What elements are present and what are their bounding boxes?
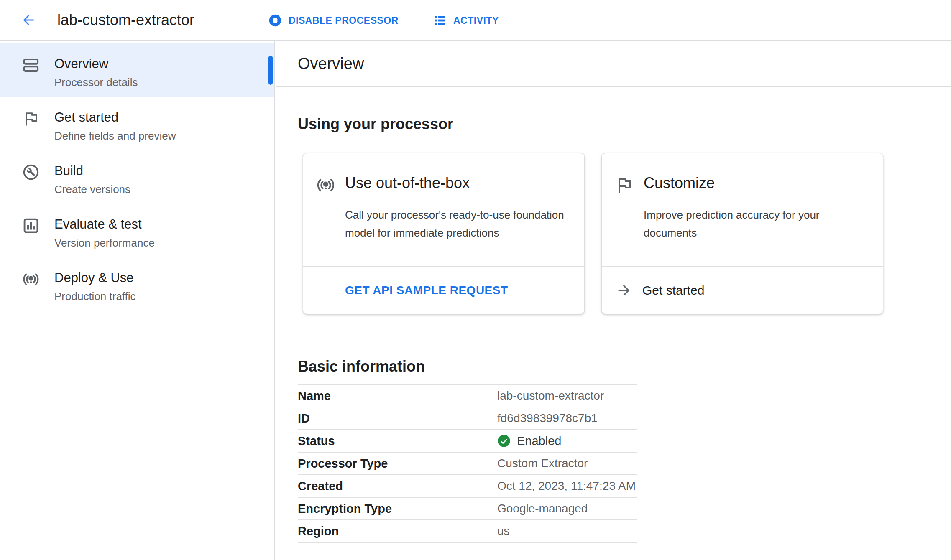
activity-label: ACTIVITY <box>453 15 499 26</box>
card-body: Use out-of-the-box Call your processor's… <box>303 153 584 267</box>
card-use-out-of-the-box: Use out-of-the-box Call your processor's… <box>303 153 585 314</box>
disable-processor-label: DISABLE PROCESSOR <box>289 15 399 26</box>
row-value: fd6d39839978c7b1 <box>497 412 598 425</box>
card-customize: Customize Improve prediction accuracy fo… <box>601 153 883 314</box>
row-value: Google-managed <box>497 502 588 515</box>
row-value: lab-custom-extractor <box>497 389 604 402</box>
row-label: ID <box>298 412 497 425</box>
row-label: Created <box>298 479 497 493</box>
activity-list-icon <box>433 13 447 28</box>
sidebar-item-deploy-use[interactable]: Deploy & Use Production traffic <box>0 257 274 311</box>
table-row-processor-type: Processor Type Custom Extractor <box>298 453 637 475</box>
row-label: Processor Type <box>298 457 497 471</box>
status-value: Enabled <box>497 434 561 448</box>
table-row-id: ID fd6d39839978c7b1 <box>298 407 637 430</box>
sidebar-nav: Overview Processor details Get started D… <box>0 41 275 560</box>
basic-information-table: Name lab-custom-extractor ID fd6d3983997… <box>298 384 637 543</box>
sidebar-item-label: Deploy & Use <box>54 270 266 286</box>
flag-icon <box>614 175 634 195</box>
table-row-encryption-type: Encryption Type Google-managed <box>298 498 637 520</box>
card-title: Customize <box>644 174 715 192</box>
main-panel: Overview Using your processor Use out-of… <box>276 41 951 560</box>
table-row-name: Name lab-custom-extractor <box>298 385 637 407</box>
sidebar-item-overview[interactable]: Overview Processor details <box>0 43 274 97</box>
stacked-rows-icon <box>22 56 40 74</box>
get-started-label: Get started <box>642 283 704 298</box>
page-title-bar: Overview <box>276 41 951 87</box>
card-footer: Get started <box>602 267 883 314</box>
sidebar-item-get-started[interactable]: Get started Define fields and preview <box>0 97 274 150</box>
sidebar-item-sublabel: Define fields and preview <box>54 129 266 143</box>
sidebar-item-sublabel: Processor details <box>54 76 266 89</box>
sidebar-item-sublabel: Version performance <box>54 236 266 249</box>
check-circle-icon <box>497 434 517 448</box>
back-button[interactable] <box>18 10 38 30</box>
selected-indicator <box>268 56 273 85</box>
row-label: Name <box>298 389 497 403</box>
card-title: Use out-of-the-box <box>345 174 470 192</box>
sidebar-item-label: Overview <box>54 56 266 72</box>
build-circle-icon <box>22 163 40 181</box>
bar-chart-icon <box>22 216 40 235</box>
disable-processor-button[interactable]: DISABLE PROCESSOR <box>268 0 399 41</box>
status-label: Enabled <box>517 434 561 448</box>
sidebar-item-label: Evaluate & test <box>54 216 266 232</box>
sidebar-item-evaluate-test[interactable]: Evaluate & test Version performance <box>0 204 274 257</box>
flag-icon <box>22 109 40 128</box>
processor-cards: Use out-of-the-box Call your processor's… <box>303 153 883 314</box>
card-body: Customize Improve prediction accuracy fo… <box>602 153 883 267</box>
table-row-created: Created Oct 12, 2023, 11:47:23 AM <box>298 475 637 498</box>
section-title-using-processor: Using your processor <box>298 115 453 133</box>
card-footer: GET API SAMPLE REQUEST <box>303 267 584 314</box>
card-description: Call your processor's ready-to-use found… <box>345 206 573 242</box>
row-label: Encryption Type <box>298 502 497 516</box>
table-row-region: Region us <box>298 520 637 543</box>
row-value: Oct 12, 2023, 11:47:23 AM <box>497 479 636 493</box>
sidebar-item-label: Get started <box>54 109 266 125</box>
arrow-forward-icon <box>616 282 632 299</box>
sidebar-item-label: Build <box>54 163 266 179</box>
activity-button[interactable]: ACTIVITY <box>433 0 499 41</box>
table-row-status: Status Enabled <box>298 430 637 453</box>
sidebar-item-sublabel: Create versions <box>54 183 266 196</box>
row-label: Status <box>298 434 497 448</box>
arrow-back-icon <box>20 12 36 28</box>
sidebar-item-sublabel: Production traffic <box>54 290 266 303</box>
row-value: us <box>497 524 510 538</box>
sidebar-item-build[interactable]: Build Create versions <box>0 150 274 204</box>
broadcast-icon <box>316 175 336 195</box>
broadcast-icon <box>22 270 40 288</box>
section-title-basic-information: Basic information <box>298 358 425 375</box>
get-api-sample-request-button[interactable]: GET API SAMPLE REQUEST <box>345 284 508 297</box>
row-label: Region <box>298 524 497 538</box>
stop-circle-icon <box>268 13 282 28</box>
row-value: Custom Extractor <box>497 457 588 470</box>
processor-title: lab-custom-extractor <box>57 11 194 29</box>
card-description: Improve prediction accuracy for your doc… <box>644 206 872 242</box>
page-title: Overview <box>298 55 364 73</box>
top-bar: lab-custom-extractor DISABLE PROCESSOR A… <box>0 0 951 41</box>
customize-get-started-button[interactable]: Get started <box>602 282 704 299</box>
